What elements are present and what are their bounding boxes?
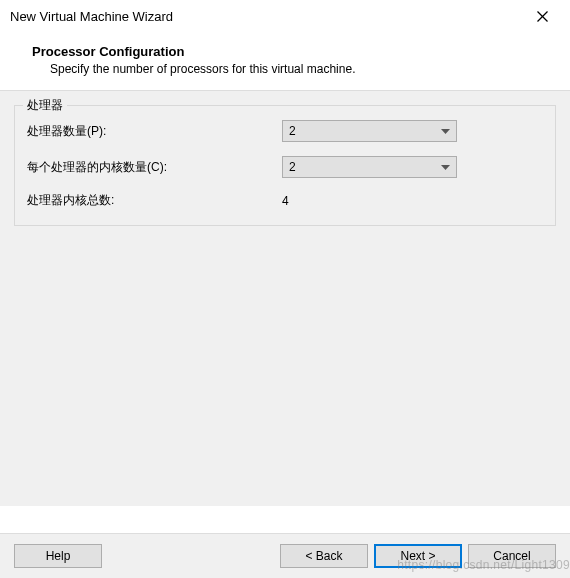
close-icon [537,11,548,22]
row-cores-per-processor: 每个处理器的内核数量(C): 2 [27,156,543,178]
wizard-footer: Help < Back Next > Cancel https://blog.c… [0,533,570,578]
chevron-down-icon [441,160,450,174]
label-num-processors: 处理器数量(P): [27,123,282,140]
value-total-cores: 4 [282,194,289,208]
page-subtitle: Specify the number of processors for thi… [32,62,550,76]
fieldset-legend: 处理器 [23,97,67,114]
help-button[interactable]: Help [14,544,102,568]
chevron-down-icon [441,124,450,138]
next-button[interactable]: Next > [374,544,462,568]
window-title: New Virtual Machine Wizard [10,9,173,24]
row-num-processors: 处理器数量(P): 2 [27,120,543,142]
cancel-button[interactable]: Cancel [468,544,556,568]
dropdown-cores-per-processor[interactable]: 2 [282,156,457,178]
label-cores-per-processor: 每个处理器的内核数量(C): [27,159,282,176]
wizard-header: Processor Configuration Specify the numb… [0,32,570,90]
titlebar: New Virtual Machine Wizard [0,0,570,32]
dropdown-num-processors[interactable]: 2 [282,120,457,142]
processors-fieldset: 处理器 处理器数量(P): 2 每个处理器的内核数量(C): 2 处理器内核总数… [14,105,556,226]
back-button[interactable]: < Back [280,544,368,568]
label-total-cores: 处理器内核总数: [27,192,282,209]
dropdown-value-num-processors: 2 [289,124,441,138]
dropdown-value-cores-per-processor: 2 [289,160,441,174]
row-total-cores: 处理器内核总数: 4 [27,192,543,209]
content-area: 处理器 处理器数量(P): 2 每个处理器的内核数量(C): 2 处理器内核总数… [0,91,570,506]
close-button[interactable] [522,2,562,30]
page-title: Processor Configuration [32,44,550,59]
